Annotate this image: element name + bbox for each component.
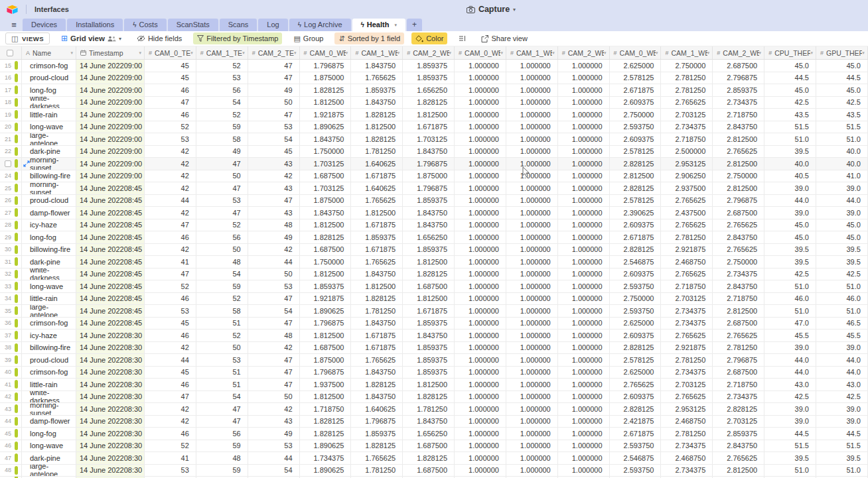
value-cell-gpu_therm[interactable]: 39.0 — [816, 342, 868, 354]
value-cell-gpu_therm[interactable]: 51.0 — [816, 133, 868, 145]
value-cell-cam_1_temp[interactable]: 48 — [196, 452, 248, 464]
name-cell[interactable]: dark-pine — [22, 146, 76, 158]
value-cell-cam_0_wb_b[interactable]: 2.609375 — [610, 133, 662, 145]
name-cell[interactable]: little-rain — [22, 379, 76, 390]
value-cell-cam_2_wb_r[interactable]: 1.859375 — [403, 195, 455, 207]
value-cell-cam_2_wb_g[interactable]: 1.000000 — [558, 367, 610, 379]
value-cell-cam_0_wb_b[interactable]: 2.609375 — [610, 329, 662, 341]
value-cell-cam_0_wb_r[interactable]: 1.750000 — [300, 256, 352, 268]
value-cell-cam_2_temp[interactable]: 54 — [248, 305, 300, 317]
value-cell-cam_2_wb_g[interactable]: 1.000000 — [558, 440, 610, 452]
value-cell-cam_2_temp[interactable]: 49 — [248, 84, 300, 96]
row-number-cell[interactable]: 24 — [0, 170, 22, 182]
value-cell-cam_0_wb_b[interactable]: 2.828125 — [610, 403, 662, 415]
value-cell-cam_0_wb_b[interactable]: 2.625000 — [610, 60, 662, 72]
color-button[interactable]: Color — [411, 32, 447, 44]
value-cell-cam_2_wb_b[interactable]: 2.843750 — [713, 440, 764, 452]
value-cell-cam_1_temp[interactable]: 56 — [196, 428, 248, 440]
value-cell-cam_2_wb_g[interactable]: 1.000000 — [558, 60, 610, 72]
value-cell-cam_2_wb_g[interactable]: 1.000000 — [558, 109, 610, 121]
value-cell-cam_1_wb_g[interactable]: 1.000000 — [506, 231, 558, 243]
value-cell-cam_2_wb_r[interactable]: 1.812500 — [403, 256, 455, 268]
value-cell-cam_1_wb_g[interactable]: 1.000000 — [506, 195, 558, 207]
row-number-cell[interactable]: 16 — [0, 72, 22, 84]
value-cell-cam_1_temp[interactable]: 53 — [196, 72, 248, 84]
value-cell-cam_0_temp[interactable]: 45 — [145, 367, 196, 379]
row-number-cell[interactable]: 29 — [0, 231, 22, 243]
value-cell-cam_2_temp[interactable]: 43 — [248, 158, 300, 170]
value-cell-cam_0_temp[interactable]: 41 — [145, 256, 196, 268]
value-cell-cam_2_wb_r[interactable]: 1.859375 — [403, 342, 455, 354]
value-cell-cam_2_temp[interactable]: 53 — [248, 121, 300, 133]
value-cell-cam_0_wb_r[interactable]: 1.890625 — [300, 465, 352, 477]
value-cell-cam_0_temp[interactable]: 46 — [145, 329, 196, 341]
value-cell-cam_2_wb_r[interactable]: 1.656250 — [403, 84, 455, 96]
value-cell-cam_1_wb_b[interactable]: 2.781250 — [661, 72, 713, 84]
timestamp-cell[interactable]: 14 June 202208:45 — [76, 305, 145, 317]
value-cell-cam_0_wb_g[interactable]: 1.000000 — [455, 231, 506, 243]
value-cell-cpu_therm[interactable]: 39.0 — [764, 207, 816, 219]
value-cell-cam_1_wb_b[interactable]: 2.734375 — [661, 305, 713, 317]
value-cell-cam_1_wb_b[interactable]: 2.734375 — [661, 367, 713, 379]
header-cell-cam_0_wb_b[interactable]: #CAM_0_WB_B▾ — [610, 46, 662, 59]
value-cell-cam_0_wb_b[interactable]: 2.671875 — [610, 231, 662, 243]
value-cell-cam_0_temp[interactable]: 45 — [145, 318, 196, 329]
value-cell-cam_2_wb_b[interactable]: 2.718750 — [713, 293, 764, 305]
value-cell-gpu_therm[interactable]: 51.5 — [816, 121, 868, 133]
name-cell[interactable]: crimson-fog — [22, 60, 76, 72]
value-cell-cam_0_temp[interactable]: 42 — [145, 170, 196, 182]
name-cell[interactable]: little-rain — [22, 109, 76, 121]
value-cell-cam_1_wb_g[interactable]: 1.000000 — [506, 97, 558, 109]
value-cell-gpu_therm[interactable]: 44.0 — [816, 367, 868, 379]
value-cell-gpu_therm[interactable]: 43.5 — [816, 109, 868, 121]
value-cell-cam_2_wb_r[interactable]: 1.859375 — [403, 318, 455, 329]
value-cell-gpu_therm[interactable]: 39.5 — [816, 256, 868, 268]
value-cell-cam_1_wb_b[interactable]: 2.765625 — [661, 195, 713, 207]
name-cell[interactable]: proud-cloud — [22, 195, 76, 207]
row-number-cell[interactable]: 32 — [0, 269, 22, 280]
value-cell-cpu_therm[interactable]: 43.0 — [764, 379, 816, 390]
value-cell-cam_2_wb_g[interactable]: 1.000000 — [558, 305, 610, 317]
value-cell-cam_2_wb_b[interactable]: 2.843750 — [713, 121, 764, 133]
value-cell-cam_0_wb_b[interactable]: 2.390625 — [610, 207, 662, 219]
value-cell-cam_2_temp[interactable]: 49 — [248, 231, 300, 243]
value-cell-cam_0_temp[interactable]: 47 — [145, 269, 196, 280]
value-cell-cam_2_wb_g[interactable]: 1.000000 — [558, 354, 610, 366]
value-cell-cam_2_wb_b[interactable]: 2.843750 — [713, 280, 764, 292]
value-cell-cam_1_temp[interactable]: 52 — [196, 329, 248, 341]
timestamp-cell[interactable]: 14 June 202209:00 — [76, 60, 145, 72]
name-cell[interactable]: long-wave — [22, 280, 76, 292]
value-cell-cam_0_temp[interactable]: 42 — [145, 182, 196, 194]
row-number-cell[interactable]: 48 — [0, 465, 22, 477]
value-cell-cam_0_wb_r[interactable]: 1.875000 — [300, 72, 352, 84]
row-number-cell[interactable]: 44 — [0, 416, 22, 428]
value-cell-cam_2_wb_b[interactable]: 2.812500 — [713, 158, 764, 170]
value-cell-cam_1_temp[interactable]: 50 — [196, 342, 248, 354]
value-cell-cam_1_wb_b[interactable]: 2.921875 — [661, 342, 713, 354]
value-cell-cam_0_wb_b[interactable]: 2.609375 — [610, 269, 662, 280]
value-cell-cam_0_wb_r[interactable]: 1.796875 — [300, 60, 352, 72]
value-cell-cam_2_wb_g[interactable]: 1.000000 — [558, 256, 610, 268]
value-cell-cam_0_wb_r[interactable]: 1.687500 — [300, 170, 352, 182]
value-cell-cam_2_wb_r[interactable]: 1.843750 — [403, 146, 455, 158]
value-cell-cam_1_wb_g[interactable]: 1.000000 — [506, 318, 558, 329]
value-cell-gpu_therm[interactable]: 45.0 — [816, 231, 868, 243]
value-cell-cam_2_wb_b[interactable]: 2.796875 — [713, 195, 764, 207]
name-cell[interactable]: long-wave — [22, 121, 76, 133]
value-cell-gpu_therm[interactable]: 39.0 — [816, 182, 868, 194]
value-cell-cam_0_wb_b[interactable]: 2.546875 — [610, 256, 662, 268]
header-cell-cam_1_wb_r[interactable]: #CAM_1_WB_R▾ — [351, 46, 403, 59]
value-cell-cam_2_wb_g[interactable]: 1.000000 — [558, 318, 610, 329]
value-cell-cam_0_wb_r[interactable]: 1.828125 — [300, 428, 352, 440]
value-cell-cam_0_wb_b[interactable]: 2.765625 — [610, 379, 662, 390]
select-all-checkbox-cell[interactable] — [0, 46, 22, 59]
timestamp-cell[interactable]: 14 June 202209:00 — [76, 146, 145, 158]
value-cell-cam_0_temp[interactable]: 47 — [145, 97, 196, 109]
header-cell-cam_0_wb_r[interactable]: #CAM_0_WB_R▾ — [300, 46, 352, 59]
value-cell-cam_0_temp[interactable]: 45 — [145, 60, 196, 72]
row-number-cell[interactable]: 19 — [0, 109, 22, 121]
value-cell-cam_2_wb_r[interactable]: 1.859375 — [403, 367, 455, 379]
value-cell-cam_1_temp[interactable]: 48 — [196, 256, 248, 268]
value-cell-cam_0_wb_g[interactable]: 1.000000 — [455, 133, 506, 145]
value-cell-gpu_therm[interactable]: 51.0 — [816, 465, 868, 477]
